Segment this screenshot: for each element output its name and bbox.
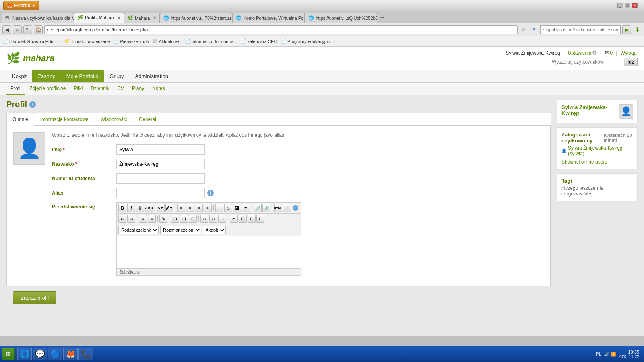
subnav-plany[interactable]: Plany [128,83,148,95]
reload-btn[interactable]: ↻ [23,25,32,34]
nav-administration[interactable]: Administration [130,70,174,82]
tab-wiadomosci[interactable]: Wiadomości [95,113,133,125]
rte-copy-btn[interactable]: ⬚ [239,215,247,223]
nav-grupy[interactable]: Grupy [104,70,129,82]
browser-search-btn[interactable]: ▶ [622,25,631,34]
rte-align-left-btn[interactable]: ≡ [177,204,185,212]
rte-font-size-select[interactable]: Rozmiar czcion [160,226,201,234]
tab-general[interactable]: General [133,113,162,125]
rte-fullscreen-btn[interactable]: ⬜ [283,204,291,212]
rte-table-btn[interactable]: ⬚ [171,215,179,223]
rte-misc3-btn[interactable]: ⬚ [218,215,226,223]
browser-search-input[interactable] [540,25,621,34]
rte-paste2-btn[interactable]: ⬚ [256,215,264,223]
firefox-menu-btn[interactable]: 🦊 Firefox ▼ [3,1,39,10]
rte-cut-btn[interactable]: ✂ [230,215,238,223]
nav-portfolio[interactable]: Moje Portfolio [61,70,104,82]
taskbar-app-firefox[interactable]: 🦊 [63,348,78,360]
rte-paste-btn[interactable]: ⬚ [248,215,256,223]
bookmark-pierwsze[interactable]: 📄 Pierwsze kroki [114,39,149,44]
tab-uonet2[interactable]: 🌐 https://uonet.v...zQiUoh%252bB8f ✕ [305,13,377,23]
logout-link[interactable]: Wyloguj [620,50,638,56]
subnav-dziennik[interactable]: Dziennik [87,83,113,95]
rte-ul-btn[interactable]: ≡ [139,215,147,223]
bookmark-czesto[interactable]: 📁 Często odwiedzane [64,39,110,44]
rte-hr-btn[interactable]: — [215,204,223,212]
rte-bold-btn[interactable]: B [118,204,126,212]
bookmark-star-icon[interactable]: ☆ [519,25,528,34]
nav-kokpit[interactable]: Kokpit [6,70,32,82]
rte-underline-btn[interactable]: U [136,204,144,212]
subnav-profil[interactable]: Profil [6,83,25,95]
home-btn[interactable]: 🏠 [34,25,43,34]
tab-info-kontakt[interactable]: Informacje kontaktowe [34,113,95,125]
back-btn[interactable]: ◀ [2,25,11,34]
bookmark-aktual[interactable]: 📰 Aktualności [152,39,181,44]
rte-highlight-btn[interactable]: 🖊▼ [165,204,173,212]
start-btn[interactable]: ⊞ [2,348,15,360]
subnav-cv[interactable]: CV [113,83,128,95]
tab-profil-mahara[interactable]: 🌿 Profil - Mahara ✕ [74,13,124,23]
rte-fontcolor-btn[interactable]: A▼ [157,204,165,212]
taskbar-app-ie[interactable]: 🌐 [17,348,32,360]
rte-help-icon[interactable]: ? [293,205,298,211]
bookmark-programy[interactable]: 📄 Programy edukacyjno ... [281,39,335,44]
user-search-input[interactable] [550,58,622,66]
input-imie[interactable] [116,144,205,155]
taskbar-app-skype2[interactable]: 📞 [78,348,93,360]
rte-misc2-btn[interactable]: ⬚ [209,215,217,223]
taskbar-app-skype1[interactable]: 💬 [33,348,47,360]
taskbar-app-chrome[interactable]: 🔵 [48,348,62,360]
online-user-link[interactable]: Sylwia Żmijewska-Kwiręg (sylwia) [568,145,633,156]
rte-edit-btn[interactable]: ✎ [159,215,167,223]
tab-o-mnie[interactable]: O mnie [6,113,34,126]
rte-ol-btn[interactable]: ≡ [148,215,156,223]
maximize-btn[interactable]: □ [625,3,630,8]
rte-table3-btn[interactable]: ⬚ [189,215,197,223]
close-btn[interactable]: ✕ [632,3,638,8]
show-all-online-link[interactable]: Show all online users [561,159,607,165]
sidebar-username[interactable]: Sylwia Żmijewska-Kwiręg [561,104,615,116]
rte-align-right-btn[interactable]: ≡ [195,204,203,212]
tab-close-active-btn[interactable]: ✕ [117,16,120,20]
settings-link[interactable]: Ustawienia ⚙ [568,50,597,56]
rte-align-justify-btn[interactable]: ≡ [204,204,212,212]
rte-image-btn[interactable]: 🖼 [233,204,241,212]
nav-zasoby[interactable]: Zasoby [32,70,61,82]
rte-align-center-btn[interactable]: ≡ [186,204,194,212]
tab-uonet1[interactable]: 🌐 https://uonet.vu...78%2fstart.aspx ✕ [160,13,232,23]
input-alias[interactable] [116,188,205,198]
rte-body[interactable] [117,236,301,268]
subnav-pliki[interactable]: Pliki [70,83,87,95]
rte-redo-btn[interactable]: ↪ [127,215,135,223]
rte-paragraph-select[interactable]: Akapit [203,226,226,234]
subnav-zdjecie[interactable]: Zdjęcie profilowe [25,83,70,95]
rte-misc1-btn[interactable]: ⬚ [200,215,208,223]
new-tab-btn[interactable]: + [377,13,387,23]
rte-table2-btn[interactable]: ⬚ [180,215,188,223]
forward-btn[interactable]: ▶ [13,25,22,34]
save-profile-btn[interactable]: Zapisz profil [13,291,56,304]
tab-close-mahara-btn[interactable]: ✕ [153,16,156,20]
page-info-icon[interactable]: i [29,101,36,108]
bookmark-kalend[interactable]: 📄 kalendarz CEO [240,39,277,44]
download-icon[interactable]: ⬇ [633,25,642,34]
rte-link-btn[interactable]: 🔗 [254,204,262,212]
rte-strikethrough-btn[interactable]: ABC [145,204,153,212]
bookmark-info[interactable]: 📄 Information for contra... [185,39,237,44]
url-input[interactable] [44,25,518,34]
rte-html-btn[interactable]: HTML [274,204,282,212]
rte-italic-btn[interactable]: I [127,204,135,212]
rte-font-family-select[interactable]: Rodzaj czcionk [118,226,159,234]
tab-mahara[interactable]: 🌿 Mahara ✕ [124,13,160,23]
input-nazwisko[interactable] [116,159,205,169]
minimize-btn[interactable]: _ [617,3,623,8]
rte-special-btn[interactable]: ✏ [242,204,250,212]
tab-email[interactable]: ✉ Nazwa użytkownika/hasło dla M... ✕ [2,13,74,23]
mail-link[interactable]: ✉ 0 [605,50,613,56]
bookmark-osrodek[interactable]: 📄 Ośrodek Rozwoju Edu... [2,39,57,44]
rte-unlink-btn[interactable]: 🔗 [262,204,270,212]
alias-info-icon[interactable]: i [207,190,214,196]
tab-konto[interactable]: 🌐 Konto Portalowe, Wirtualna Pols... ✕ [232,13,305,23]
search-go-btn[interactable]: Idź [624,58,638,66]
